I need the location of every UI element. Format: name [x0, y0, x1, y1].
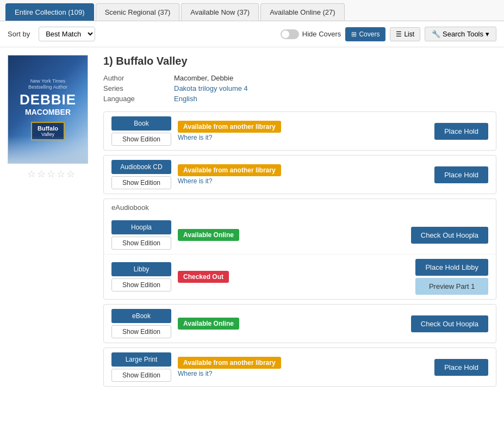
place-hold-libby-btn[interactable]: Place Hold Libby: [415, 259, 488, 276]
where-is-it-large-print[interactable]: Where is it?: [178, 370, 281, 377]
action-btn-book[interactable]: Place Hold: [434, 123, 488, 140]
series-label: Series: [103, 84, 169, 92]
hide-covers-toggle[interactable]: [281, 29, 299, 39]
format-row-ebook: eBookShow EditionAvailable OnlineCheck O…: [104, 305, 496, 343]
toolbar-right: Hide Covers ⊞ Covers ☰ List 🔧 Search Too…: [281, 27, 496, 41]
star[interactable]: ☆: [37, 168, 46, 180]
format-row-hoopla: HooplaShow EditionAvailable OnlineCheck …: [104, 216, 496, 255]
action-btn-audiobook-cd[interactable]: Place Hold: [434, 166, 488, 183]
action-btn-large-print[interactable]: Place Hold: [434, 359, 488, 376]
status-wrap-large-print: Available from another libraryWhere is i…: [178, 357, 281, 377]
format-type-btn-large-print[interactable]: Large Print: [111, 352, 171, 367]
format-btns-hoopla: HooplaShow Edition: [111, 220, 171, 250]
toolbar: Sort by Best MatchTitleAuthorDate Hide C…: [0, 21, 504, 47]
tab-available-now[interactable]: Available Now (37): [181, 3, 259, 21]
cover-snow-decoration: [8, 136, 88, 163]
cover-author-line: New York Times Bestselling Author: [28, 78, 67, 90]
format-row-large-print: Large PrintShow EditionAvailable from an…: [104, 348, 496, 386]
format-row-libby: LibbyShow EditionChecked OutPlace Hold L…: [104, 255, 496, 299]
star[interactable]: ☆: [66, 168, 75, 180]
show-edition-btn-book[interactable]: Show Edition: [111, 133, 171, 146]
wrench-icon: 🔧: [432, 30, 440, 38]
show-edition-btn-libby[interactable]: Show Edition: [111, 278, 171, 292]
tabs-bar: Entire Collection (109)Scenic Regional (…: [0, 0, 504, 21]
cover-name2: MACOMBER: [25, 108, 71, 116]
book-detail: 1) Buffalo Valley Author Macomber, Debbi…: [103, 55, 496, 391]
format-type-btn-libby[interactable]: Libby: [111, 262, 171, 276]
covers-view-btn[interactable]: ⊞ Covers: [345, 27, 385, 41]
status-badge-ebook: Available Online: [178, 318, 239, 330]
status-badge-hoopla: Available Online: [178, 229, 239, 241]
main-content: New York Times Bestselling Author DEBBIE…: [0, 47, 504, 399]
format-type-btn-ebook[interactable]: eBook: [111, 309, 171, 323]
language-label: Language: [103, 95, 169, 103]
star[interactable]: ☆: [47, 168, 55, 180]
format-section-large-print: Large PrintShow EditionAvailable from an…: [103, 348, 496, 387]
chevron-down-icon: ▾: [486, 30, 489, 38]
author-label: Author: [103, 74, 169, 82]
show-edition-btn-large-print[interactable]: Show Edition: [111, 369, 171, 382]
status-wrap-audiobook-cd: Available from another libraryWhere is i…: [178, 164, 281, 185]
book-title: Buffalo Valley: [116, 55, 187, 67]
format-btns-large-print: Large PrintShow Edition: [111, 352, 171, 382]
series-value: Dakota trilogy volume 4: [174, 84, 496, 92]
show-edition-btn-audiobook-cd[interactable]: Show Edition: [111, 176, 171, 189]
format-type-btn-book[interactable]: Book: [111, 116, 171, 131]
hide-covers-label: Hide Covers: [302, 30, 341, 38]
format-type-btn-hoopla[interactable]: Hoopla: [111, 220, 171, 234]
tab-entire[interactable]: Entire Collection (109): [5, 3, 94, 21]
list-icon: ☰: [396, 30, 402, 38]
format-btns-audiobook-cd: Audiobook CDShow Edition: [111, 160, 171, 189]
book-sidebar: New York Times Bestselling Author DEBBIE…: [8, 55, 95, 391]
star-rating[interactable]: ☆☆☆☆☆: [8, 168, 95, 180]
star[interactable]: ☆: [27, 168, 36, 180]
star[interactable]: ☆: [57, 168, 65, 180]
status-badge-libby: Checked Out: [178, 271, 229, 283]
status-wrap-book: Available from another libraryWhere is i…: [178, 121, 281, 141]
cover-title1: Buffalo: [38, 125, 58, 132]
preview-part1-btn[interactable]: Preview Part 1: [415, 278, 488, 295]
format-section-audiobook-cd: Audiobook CDShow EditionAvailable from a…: [103, 155, 496, 194]
hide-covers-toggle-wrap: Hide Covers: [281, 29, 341, 39]
cover-name1: DEBBIE: [20, 92, 76, 107]
tab-scenic[interactable]: Scenic Regional (37): [96, 3, 180, 21]
tab-available-online[interactable]: Available Online (27): [260, 3, 344, 21]
action-btn-hoopla[interactable]: Check Out Hoopla: [411, 227, 488, 244]
status-badge-audiobook-cd: Available from another library: [178, 164, 281, 176]
status-wrap-ebook: Available Online: [178, 318, 239, 330]
show-edition-btn-ebook[interactable]: Show Edition: [111, 325, 171, 338]
book-cover: New York Times Bestselling Author DEBBIE…: [8, 55, 88, 164]
where-is-it-audiobook-cd[interactable]: Where is it?: [178, 177, 281, 185]
status-badge-large-print: Available from another library: [178, 357, 281, 369]
formats-container: BookShow EditionAvailable from another l…: [103, 111, 496, 387]
action-btn-ebook[interactable]: Check Out Hoopla: [411, 315, 488, 332]
libby-action-wrap: Place Hold LibbyPreview Part 1: [415, 259, 488, 295]
book-meta: Author Macomber, Debbie Series Dakota tr…: [103, 74, 496, 103]
sort-label: Sort by: [8, 30, 30, 38]
show-edition-btn-hoopla[interactable]: Show Edition: [111, 237, 171, 250]
format-btns-libby: LibbyShow Edition: [111, 262, 171, 292]
format-section-ebook: eBookShow EditionAvailable OnlineCheck O…: [103, 304, 496, 343]
format-btns-book: BookShow Edition: [111, 116, 171, 146]
status-badge-book: Available from another library: [178, 121, 281, 133]
format-btns-ebook: eBookShow Edition: [111, 309, 171, 338]
eaudiobook-header: eAudiobook: [104, 199, 496, 216]
search-tools-btn[interactable]: 🔧 Search Tools ▾: [425, 27, 496, 41]
author-value: Macomber, Debbie: [174, 74, 496, 82]
where-is-it-book[interactable]: Where is it?: [178, 134, 281, 141]
list-view-btn[interactable]: ☰ List: [390, 27, 420, 41]
book-number: 1): [103, 55, 113, 67]
book-title-row: 1) Buffalo Valley: [103, 55, 496, 67]
grid-icon: ⊞: [351, 30, 357, 38]
format-row-audiobook-cd: Audiobook CDShow EditionAvailable from a…: [104, 156, 496, 194]
format-section-eaudiobook: eAudiobookHooplaShow EditionAvailable On…: [103, 199, 496, 300]
format-row-book: BookShow EditionAvailable from another l…: [104, 112, 496, 150]
format-section-book: BookShow EditionAvailable from another l…: [103, 111, 496, 151]
language-value: English: [174, 95, 496, 103]
sort-select[interactable]: Best MatchTitleAuthorDate: [39, 27, 95, 41]
format-type-btn-audiobook-cd[interactable]: Audiobook CD: [111, 160, 171, 174]
